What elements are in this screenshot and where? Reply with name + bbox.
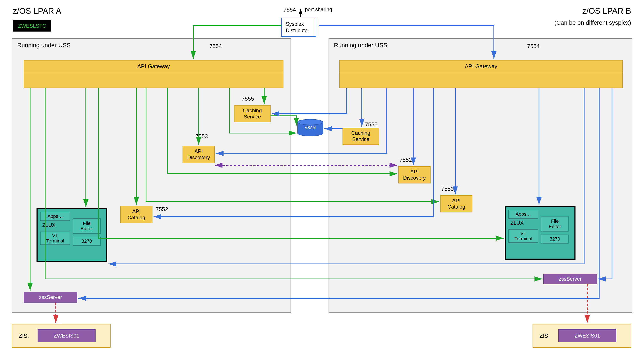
- vsam-cylinder: VSAM: [298, 119, 323, 136]
- lpar-a-uss-port: 7554: [209, 43, 222, 49]
- zlux-a-label: ZLUX: [40, 221, 70, 229]
- lpar-b-title: z/OS LPAR B: [582, 6, 631, 16]
- zis-b-name: ZWESIS01: [558, 329, 616, 342]
- api-gateway-b-label: API Gateway: [340, 60, 622, 72]
- caching-service-a: CachingService: [234, 105, 270, 122]
- zlux-b-apps: Apps…: [508, 210, 538, 219]
- discovery-b-port: 7552: [400, 157, 412, 163]
- zss-server-b: zssServer: [543, 274, 597, 284]
- api-discovery-b: APIDiscovery: [398, 166, 430, 183]
- catalog-a-port: 7552: [156, 206, 168, 213]
- lpar-a-title: z/OS LPAR A: [13, 6, 61, 16]
- zlux-b-label: ZLUX: [508, 219, 538, 227]
- zlux-a-apps: Apps…: [40, 212, 70, 221]
- zlux-a: Apps… ZLUX VTTerminal FileEditor 3270: [36, 208, 107, 262]
- port-sharing-label: port sharing: [305, 6, 332, 12]
- zlux-a-file-editor: FileEditor: [73, 218, 101, 234]
- api-gateway-a-label: API Gateway: [24, 60, 283, 72]
- zlux-a-vt: VTTerminal: [40, 232, 70, 245]
- zis-b-prefix: ZIS.: [540, 333, 550, 339]
- zis-a-container: ZIS. ZWESIS01: [12, 324, 110, 348]
- api-discovery-a: APIDiscovery: [182, 146, 215, 163]
- zss-server-a: zssServer: [24, 292, 77, 303]
- lpar-a-uss-label: Running under USS: [17, 42, 71, 49]
- discovery-a-port: 7553: [196, 133, 208, 140]
- zlux-b: Apps… ZLUX VTTerminal FileEditor 3270: [505, 206, 576, 260]
- zis-a-prefix: ZIS.: [19, 333, 29, 339]
- api-catalog-b: APICatalog: [440, 195, 472, 212]
- zlux-a-3270: 3270: [73, 237, 101, 246]
- lpar-b-uss-port: 7554: [527, 43, 540, 49]
- sysplex-distributor: SysplexDistributor: [281, 17, 316, 37]
- caching-b-port: 7555: [365, 121, 378, 128]
- caching-a-port: 7555: [242, 95, 254, 102]
- caching-service-b: CachingService: [342, 128, 379, 145]
- lpar-b-uss-label: Running under USS: [334, 42, 388, 49]
- api-gateway-a: API Gateway: [24, 60, 284, 88]
- zlux-b-file-editor: FileEditor: [541, 216, 569, 232]
- zweslstc-badge: ZWESLSTC: [13, 20, 51, 31]
- zlux-b-3270: 3270: [541, 235, 569, 244]
- zis-a-name: ZWESIS01: [38, 329, 96, 342]
- lpar-b-subtitle: (Can be on different sysplex): [554, 19, 631, 26]
- zlux-b-vt: VTTerminal: [508, 229, 538, 243]
- sysplex-port: 7554: [284, 6, 296, 13]
- catalog-b-port: 7553: [441, 186, 454, 192]
- api-catalog-a: APICatalog: [120, 206, 152, 223]
- zis-b-container: ZIS. ZWESIS01: [532, 324, 631, 348]
- api-gateway-b: API Gateway: [339, 60, 623, 88]
